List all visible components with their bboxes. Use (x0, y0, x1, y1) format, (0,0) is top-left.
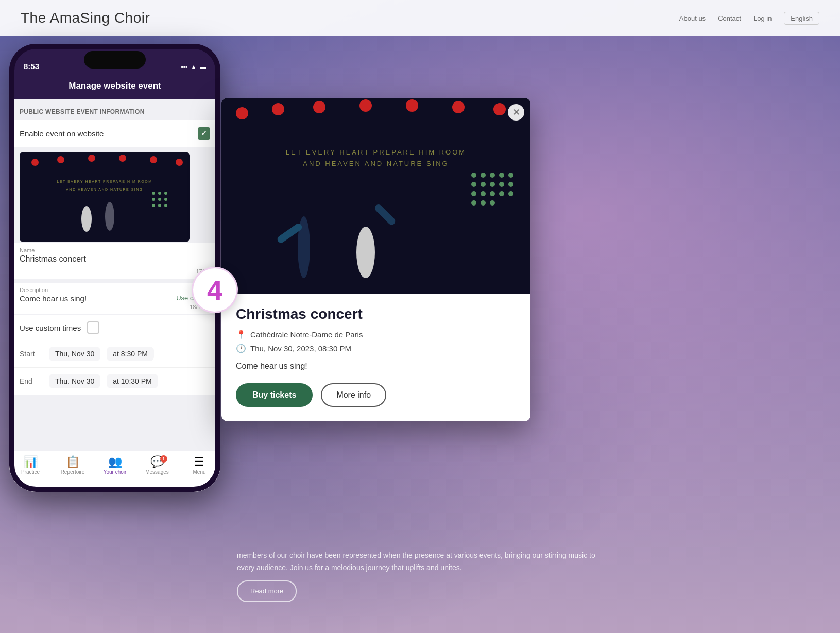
svg-point-41 (481, 191, 486, 196)
svg-point-33 (499, 173, 504, 178)
svg-point-36 (481, 182, 486, 187)
signal-icon: ▲ (191, 63, 197, 71)
nav-about[interactable]: About us (679, 14, 706, 22)
nav-contact[interactable]: Contact (718, 14, 741, 22)
svg-text:AND HEAVEN AND NATURE SING: AND HEAVEN AND NATURE SING (66, 187, 143, 191)
svg-text:LET EVERY HEART PREPARE HIM RO: LET EVERY HEART PREPARE HIM ROOM (57, 180, 152, 183)
website-nav: About us Contact Log in English (679, 12, 819, 25)
svg-point-23 (313, 101, 325, 113)
buy-tickets-button[interactable]: Buy tickets (236, 383, 313, 407)
description-label: Description (20, 287, 210, 293)
step-number: 4 (207, 276, 222, 304)
event-datetime: Thu, Nov 30, 2023, 08:30 PM (250, 344, 351, 353)
end-time-row: End Thu. Nov 30 at 10:30 PM (9, 368, 220, 395)
tab-practice-label: Practice (21, 469, 40, 475)
event-modal-body: Christmas concert 📍 Cathédrale Notre-Dam… (221, 294, 530, 421)
svg-rect-0 (20, 152, 190, 242)
name-count: 17/70 (20, 267, 210, 275)
location-icon: 📍 (236, 330, 246, 339)
tab-messages-label: Messages (145, 469, 169, 475)
start-label: Start (20, 350, 43, 358)
svg-point-21 (236, 107, 248, 119)
enable-event-row: Enable event on website (20, 120, 210, 147)
svg-point-24 (359, 99, 372, 112)
repertoire-icon: 📋 (66, 456, 80, 468)
svg-point-46 (481, 200, 486, 206)
svg-point-48 (356, 227, 375, 278)
svg-point-34 (508, 173, 513, 178)
event-modal: ✕ LET EVERY HEART PREPARE HIM ROOM AND H… (221, 98, 530, 421)
custom-times-label: Use custom times (20, 323, 81, 332)
svg-point-40 (471, 191, 476, 196)
svg-point-27 (493, 103, 506, 115)
description-value[interactable]: Come hear us sing! (20, 294, 87, 303)
clock-icon: 🕐 (236, 344, 246, 353)
svg-point-19 (105, 202, 114, 231)
event-datetime-row: 🕐 Thu, Nov 30, 2023, 08:30 PM (236, 344, 516, 353)
end-time[interactable]: at 10:30 PM (107, 374, 158, 388)
svg-point-32 (490, 173, 495, 178)
svg-point-44 (508, 191, 513, 196)
end-date[interactable]: Thu. Nov 30 (49, 374, 100, 388)
nav-login[interactable]: Log in (753, 14, 772, 22)
custom-times-checkbox[interactable] (87, 321, 99, 334)
tab-menu[interactable]: ☰ Menu (178, 456, 220, 475)
start-date[interactable]: Thu, Nov 30 (49, 347, 100, 361)
svg-point-26 (452, 101, 465, 113)
nav-language[interactable]: English (784, 12, 819, 25)
website-body-text: members of our choir have been represent… (237, 550, 613, 574)
tab-bar: 📊 Practice 📋 Repertoire 👥 Your choir 💬 1 (9, 451, 220, 492)
svg-point-17 (158, 204, 161, 207)
tab-messages[interactable]: 💬 1 Messages (136, 456, 178, 475)
website-body-content: members of our choir have been represent… (237, 550, 613, 602)
custom-times-card: Use custom times Start Thu, Nov 30 at 8:… (9, 315, 220, 395)
phone-concert-thumbnail: LET EVERY HEART PREPARE HIM ROOM AND HEA… (20, 152, 190, 242)
svg-point-14 (158, 198, 161, 201)
modal-close-button[interactable]: ✕ (508, 104, 524, 121)
name-label: Name (20, 247, 210, 253)
read-more-button[interactable]: Read more (237, 580, 297, 602)
svg-point-9 (81, 206, 92, 232)
phone-mockup: 8:53 ▪▪▪ ▲ ▬ Manage website event Public… (9, 44, 220, 492)
svg-point-12 (164, 192, 167, 195)
svg-point-31 (481, 173, 486, 178)
svg-point-45 (471, 200, 476, 206)
wifi-icon: ▪▪▪ (181, 63, 187, 71)
svg-text:AND HEAVEN AND NATURE SING: AND HEAVEN AND NATURE SING (303, 160, 449, 167)
description-row: Come hear us sing! Use default (20, 294, 210, 303)
section-label: Public website event information (20, 108, 145, 115)
start-time-row: Start Thu, Nov 30 at 8:30 PM (9, 340, 220, 368)
svg-point-42 (490, 191, 495, 196)
phone-screen: Manage website event Public website even… (9, 75, 220, 492)
phone-frame: 8:53 ▪▪▪ ▲ ▬ Manage website event Public… (9, 44, 220, 492)
dynamic-island (84, 51, 146, 69)
status-icons: ▪▪▪ ▲ ▬ (181, 63, 206, 71)
start-time[interactable]: at 8:30 PM (107, 347, 154, 361)
svg-point-38 (499, 182, 504, 187)
tab-practice[interactable]: 📊 Practice (9, 456, 52, 475)
svg-point-10 (152, 192, 155, 195)
event-location: Cathédrale Notre-Dame de Paris (250, 330, 363, 339)
description-count: 18/1500 (20, 303, 210, 310)
svg-point-6 (176, 159, 183, 166)
enable-checkbox[interactable] (198, 127, 210, 140)
website-header: The AmaSing Choir About us Contact Log i… (0, 0, 840, 36)
tab-repertoire[interactable]: 📋 Repertoire (52, 456, 94, 475)
enable-event-label: Enable event on website (20, 129, 104, 138)
svg-point-18 (164, 204, 167, 207)
tab-your-choir[interactable]: 👥 Your choir (94, 456, 136, 475)
svg-point-1 (31, 159, 39, 166)
battery-icon: ▬ (200, 63, 206, 71)
more-info-button[interactable]: More info (321, 383, 386, 407)
choir-icon: 👥 (108, 456, 122, 468)
tab-choir-label: Your choir (104, 469, 127, 475)
name-value[interactable]: Christmas concert (20, 254, 210, 267)
step-badge: 4 (192, 267, 238, 313)
svg-point-13 (152, 198, 155, 201)
tab-repertoire-label: Repertoire (61, 469, 85, 475)
svg-point-43 (499, 191, 504, 196)
svg-point-2 (57, 156, 64, 163)
app-content[interactable]: Public website event information Enable … (9, 99, 220, 455)
svg-point-47 (490, 200, 495, 206)
menu-icon: ☰ (194, 456, 204, 468)
